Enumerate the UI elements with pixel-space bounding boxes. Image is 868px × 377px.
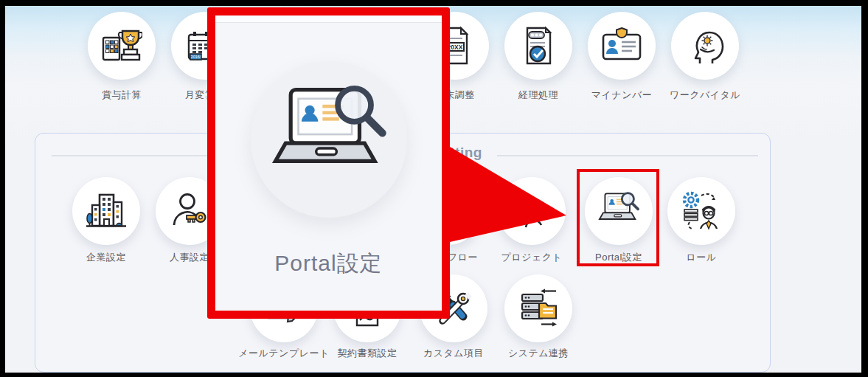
gear-person-icon — [681, 190, 722, 232]
app-tile-role[interactable]: ロール — [667, 177, 735, 245]
document-check-icon — [518, 25, 559, 66]
app-label: プロジェクト — [501, 251, 563, 264]
frame-right — [861, 0, 868, 377]
screenshot: Setting 賞与計算 — [0, 0, 868, 377]
popup-label: Portal設定 — [215, 249, 442, 279]
server-folder-icon — [518, 288, 559, 329]
app-tile-company-settings[interactable]: 企業設定 — [72, 177, 140, 245]
app-label: 人事設定 — [170, 251, 209, 264]
laptop-magnifier-icon-large — [264, 83, 394, 196]
app-tile-accounting[interactable]: 経理処理 — [504, 12, 572, 80]
app-label: ワークバイタル — [670, 89, 740, 102]
trophy-calculator-icon — [101, 25, 142, 66]
app-label: カスタム項目 — [423, 347, 484, 360]
app-label: 契約書類設定 — [338, 347, 397, 360]
app-tile-system-integration[interactable]: システム連携 — [504, 274, 572, 342]
person-key-icon — [169, 190, 210, 232]
head-sun-hand-icon — [684, 25, 726, 66]
portal-settings-highlight-box — [577, 169, 659, 266]
app-label: システム連携 — [508, 347, 569, 360]
app-label: 企業設定 — [86, 251, 126, 264]
popup-top-strip — [215, 15, 442, 23]
frame-top — [0, 0, 868, 6]
app-tile-work-vital[interactable]: ワークバイタル — [671, 12, 739, 80]
app-label: マイナンバー — [591, 89, 653, 102]
popup-icon-circle — [251, 61, 407, 218]
frame-bottom — [0, 373, 868, 377]
svg-text:2016/: 2016/ — [191, 55, 201, 59]
frame-left — [0, 0, 5, 377]
app-label: 賞与計算 — [102, 89, 142, 102]
app-tile-bonus-calc[interactable]: 賞与計算 — [88, 12, 156, 80]
app-label: メールテンプレート — [238, 347, 330, 360]
id-card-shield-icon — [601, 25, 642, 66]
building-icon — [86, 190, 127, 232]
app-label: ロール — [686, 251, 716, 264]
portal-settings-callout-popup: Portal設定 — [207, 7, 450, 319]
app-label: 経理処理 — [518, 89, 558, 102]
red-pointer-arrow — [445, 142, 569, 246]
app-tile-my-number[interactable]: マイナンバー — [588, 12, 656, 80]
